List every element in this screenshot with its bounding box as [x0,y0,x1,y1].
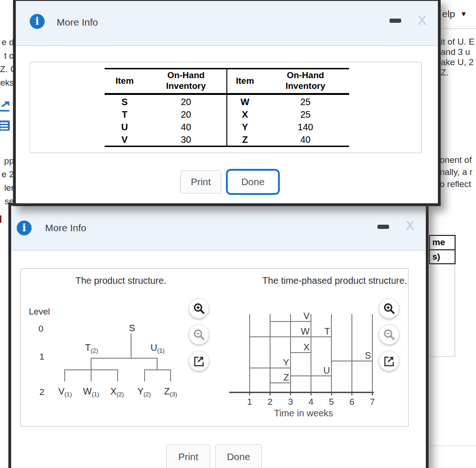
x-axis [229,392,374,393]
bg-text-right-top: it of U. Eand 3 uake U, 2Z. [441,37,476,78]
bg-text-fragment: e d [0,35,14,49]
tree-node-X: X(2) [105,386,129,397]
tree-line [117,369,118,381]
bg-text-fragment: it of U. E [441,37,476,47]
bg-text-fragment: t o [0,49,14,62]
table-cell-inventory: 20 [158,96,214,108]
table-cell-item: Y [230,121,260,134]
screen: elp ▼ e dt oZ. Ceks ppe 2lerse it of U. … [0,0,476,468]
item-label-U: U [317,365,330,376]
tree-node-T: T(2) [79,342,105,353]
table-cell-inventory: 25 [277,108,334,121]
tree-line [144,369,171,370]
tree-line [64,369,65,381]
week-gridline [372,314,373,392]
bg-text-right-mid: onent ofnally, a ro reflect [440,154,476,190]
item-label-T: T [317,326,330,337]
bg-text-fragment: onent of [440,154,476,166]
table-cell-item: X [230,108,260,121]
launch-icon[interactable] [0,101,12,112]
dialog1-title: More Info [57,17,98,28]
table-cell-item: U [106,121,143,134]
zoom-in-button[interactable] [189,298,209,319]
tree-line [131,333,132,358]
table-cell-item: S [106,96,143,108]
time-phased-chart: Time in weeks 1234567VWTXSYUZ [229,314,376,421]
item-label-Y: Y [276,357,289,368]
item-label-Z: Z [276,372,289,383]
bg-table-cell-top: me [429,235,456,250]
bg-text-fragment: Z. C [0,62,14,76]
bg-text-fragment: o reflect [440,178,476,190]
tree-line [91,358,92,369]
bg-text-fragment: ler [0,181,14,194]
axis-tick-label: 3 [285,397,296,407]
tree-line [157,358,158,369]
week-gridline [331,314,332,392]
close-button[interactable]: X [418,14,426,27]
tree-line [91,358,157,359]
toolbar-divider [440,28,476,29]
print-button[interactable]: Print [166,444,210,468]
zoom-in-button[interactable] [379,298,399,319]
bg-text-fragment: ake U, 2 [441,57,476,67]
minimize-button[interactable] [390,19,401,23]
more-info-dialog-inventory: i More Info X Item On-HandInventory Item… [13,0,441,206]
table-cell-item: W [230,96,260,108]
level-0-label: 0 [36,324,46,334]
print-button[interactable]: Print [180,170,221,194]
level-2-label: 2 [37,387,46,397]
table-cell-inventory: 40 [277,134,334,146]
tree-node-W: W(1) [79,386,103,397]
table-cell-inventory: 20 [158,108,214,121]
week-gridline [249,314,250,392]
figures-panel: The product structure. Level 0 1 2 S T(2… [20,268,409,427]
axis-tick-label: 6 [346,397,357,407]
bg-text-fragment: e 2 [0,167,14,181]
chevron-down-icon: ▼ [460,10,467,18]
bg-text-left-bottom: ppe 2lerse [0,154,14,208]
info-icon: i [17,221,32,235]
level-axis-label: Level [29,307,50,317]
dialog2-title: More Info [45,222,86,234]
item-label-W: W [297,326,310,337]
zoom-out-button[interactable] [189,324,209,345]
worksheet-icon[interactable] [0,120,12,131]
tree-line [91,369,92,381]
bg-table-edge-vertical [455,264,455,356]
axis-tick-label: 4 [305,397,317,407]
bg-text-fragment: eks [0,76,14,89]
table-cell-inventory: 30 [158,134,214,146]
table-cell-item: V [106,134,143,146]
item-label-X: X [297,342,310,353]
table-cell-item: Z [230,134,260,146]
bg-table-edge-bottom [429,356,456,357]
tree-node-Z: Z(3) [159,386,183,397]
level-1-label: 1 [37,352,46,362]
axis-tick-label: 7 [367,397,378,407]
x-axis-label: Time in weeks [243,408,364,419]
zoom-out-button[interactable] [379,324,399,345]
more-info-dialog-structures: i More Info X The product structure. Lev… [8,203,429,468]
bg-red-fragment [0,215,1,223]
minimize-button[interactable] [377,225,389,229]
table-cell-inventory: 40 [158,121,214,134]
done-button[interactable]: Done [226,169,280,195]
item-label-V: V [297,311,310,321]
help-menu[interactable]: elp ▼ [442,8,467,20]
open-in-new-button[interactable] [379,351,399,371]
open-in-new-button[interactable] [189,351,209,371]
tree-line [170,369,171,381]
item-label-S: S [358,350,371,361]
tree-node-Y: Y(2) [132,386,156,397]
close-button[interactable]: X [406,220,414,232]
tree-node-U: U(1) [145,342,171,353]
bg-text-fragment: and 3 u [441,47,476,57]
tree-title: The product structure. [49,275,193,286]
column-header-onhand: On-HandInventory [277,70,334,91]
table-divider [226,68,227,147]
bg-rule-bottom-right [429,446,476,446]
bg-text-fragment: Z. [441,67,476,78]
done-button[interactable]: Done [215,444,262,468]
axis-tick-label: 2 [264,397,276,407]
